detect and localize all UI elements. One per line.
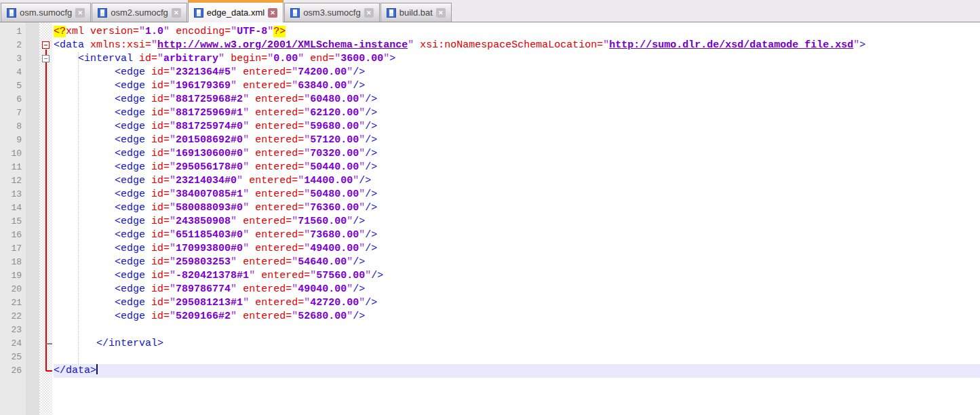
- code-line[interactable]: <edge id="169130600#0" entered="70320.00…: [54, 147, 980, 161]
- code-line[interactable]: <edge id="-820421378#1" entered="57560.0…: [54, 269, 980, 283]
- close-icon[interactable]: ✕: [172, 8, 181, 18]
- line-number: 6: [0, 93, 22, 106]
- code-line[interactable]: <edge id="881725974#0" entered="59680.00…: [54, 120, 980, 134]
- save-icon: [387, 8, 396, 18]
- code-line[interactable]: <edge id="295056178#0" entered="50440.00…: [54, 161, 980, 174]
- tab-label: osm3.sumocfg: [303, 7, 361, 18]
- code-line[interactable]: <edge id="881725969#1" entered="62120.00…: [54, 106, 980, 120]
- line-number-gutter[interactable]: 1234567891011121314151617181920212223242…: [0, 22, 26, 415]
- line-number: 23: [0, 323, 22, 337]
- tab-label: edge_data.xml: [207, 7, 264, 18]
- bookmark-margin[interactable]: [26, 22, 39, 415]
- tab-osm3.sumocfg[interactable]: osm3.sumocfg✕: [284, 3, 380, 22]
- code-line[interactable]: <edge id="789786774" entered="49040.00"/…: [54, 283, 980, 296]
- code-line[interactable]: <edge id="243850908" entered="71560.00"/…: [54, 215, 980, 229]
- fold-margin[interactable]: [39, 22, 52, 415]
- line-number: 19: [0, 269, 22, 283]
- editor: 1234567891011121314151617181920212223242…: [0, 22, 980, 415]
- fold-line: [45, 50, 47, 371]
- text-caret: [96, 364, 98, 374]
- line-number: 9: [0, 134, 22, 147]
- code-line[interactable]: <?xml version="1.0" encoding="UTF-8"?>: [54, 25, 980, 39]
- line-number: 11: [0, 161, 22, 174]
- code-line[interactable]: </interval>: [54, 337, 980, 351]
- fold-end-icon: [46, 343, 52, 344]
- tab-label: build.bat: [399, 7, 433, 18]
- tab-bar: osm.sumocfg✕osm2.sumocfg✕edge_data.xml✕o…: [0, 0, 980, 22]
- tab-label: osm2.sumocfg: [111, 7, 168, 18]
- code-line[interactable]: <edge id="196179369" entered="63840.00"/…: [54, 79, 980, 93]
- code-line[interactable]: <edge id="295081213#1" entered="42720.00…: [54, 296, 980, 310]
- line-number: 26: [0, 364, 22, 378]
- line-number: 12: [0, 174, 22, 188]
- code-line[interactable]: <edge id="201508692#0" entered="57120.00…: [54, 134, 980, 147]
- code-line[interactable]: <interval id="arbitrary" begin="0.00" en…: [54, 52, 980, 66]
- line-number: 16: [0, 229, 22, 242]
- code-line[interactable]: <edge id="5209166#2" entered="52680.00"/…: [54, 310, 980, 323]
- code-line[interactable]: <edge id="23214034#0" entered="14400.00"…: [54, 174, 980, 188]
- code-area[interactable]: <?xml version="1.0" encoding="UTF-8"?><d…: [52, 22, 980, 415]
- close-icon[interactable]: ✕: [436, 8, 446, 18]
- code-line[interactable]: </data>: [54, 364, 980, 378]
- fold-collapse-icon[interactable]: [42, 55, 50, 62]
- line-number: 24: [0, 337, 22, 351]
- code-line[interactable]: <edge id="170993800#0" entered="49400.00…: [54, 242, 980, 256]
- line-number: 20: [0, 283, 22, 296]
- line-number: 5: [0, 79, 22, 93]
- line-number: 15: [0, 215, 22, 229]
- line-number: 18: [0, 256, 22, 269]
- tab-label: osm.sumocfg: [20, 7, 72, 18]
- line-number: 21: [0, 296, 22, 310]
- code-line[interactable]: <edge id="580088093#0" entered="76360.00…: [54, 201, 980, 215]
- code-line[interactable]: <edge id="384007085#1" entered="50480.00…: [54, 188, 980, 201]
- fold-end-icon: [46, 370, 52, 372]
- code-line[interactable]: <edge id="259803253" entered="54640.00"/…: [54, 256, 980, 269]
- line-number: 3: [0, 52, 22, 66]
- save-icon: [290, 8, 300, 18]
- save-icon: [7, 8, 16, 18]
- line-number: 1: [0, 25, 22, 39]
- tab-osm2.sumocfg[interactable]: osm2.sumocfg✕: [92, 3, 187, 22]
- line-number: 17: [0, 242, 22, 256]
- code-line[interactable]: <edge id="651185403#0" entered="73680.00…: [54, 229, 980, 242]
- close-icon[interactable]: ✕: [268, 8, 277, 18]
- tab-osm.sumocfg[interactable]: osm.sumocfg✕: [1, 3, 91, 22]
- fold-collapse-icon[interactable]: [42, 41, 50, 49]
- code-line[interactable]: [54, 351, 980, 364]
- line-number: 2: [0, 39, 22, 52]
- line-number: 13: [0, 188, 22, 201]
- save-icon: [194, 8, 203, 18]
- line-number: 14: [0, 201, 22, 215]
- tab-edge_data.xml[interactable]: edge_data.xml✕: [188, 0, 283, 22]
- line-number: 8: [0, 120, 22, 134]
- tab-build.bat[interactable]: build.bat✕: [380, 3, 452, 22]
- code-line[interactable]: [54, 323, 980, 337]
- line-number: 7: [0, 106, 22, 120]
- line-number: 4: [0, 66, 22, 79]
- save-icon: [98, 8, 107, 18]
- close-icon[interactable]: ✕: [364, 8, 374, 18]
- indent-guide: [78, 52, 79, 364]
- line-number: 25: [0, 351, 22, 364]
- line-number: 10: [0, 147, 22, 161]
- code-line[interactable]: <data xmlns:xsi="http://www.w3.org/2001/…: [54, 39, 980, 52]
- code-line[interactable]: <edge id="2321364#5" entered="74200.00"/…: [54, 66, 980, 79]
- line-number: 22: [0, 310, 22, 323]
- close-icon[interactable]: ✕: [75, 8, 85, 18]
- code-line[interactable]: <edge id="881725968#2" entered="60480.00…: [54, 93, 980, 106]
